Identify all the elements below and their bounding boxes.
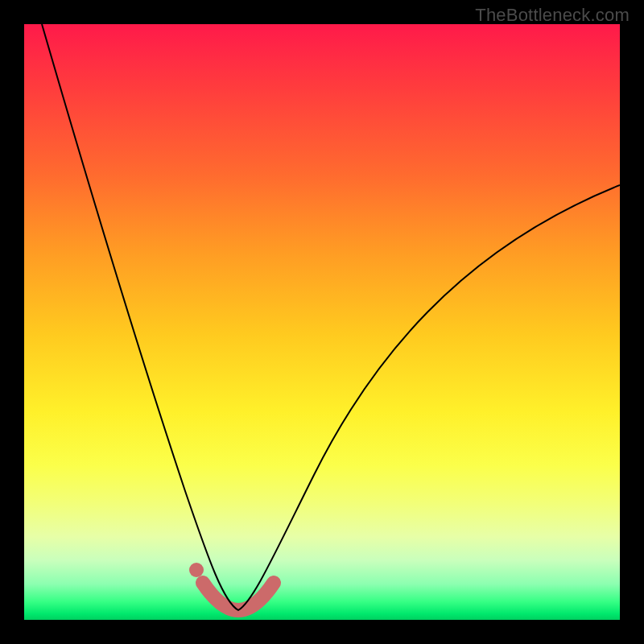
chart-frame: TheBottleneck.com — [0, 0, 644, 644]
curve-bottom-highlight — [203, 583, 274, 610]
curve-accent-dot-icon — [189, 563, 204, 577]
watermark-text: TheBottleneck.com — [475, 5, 630, 26]
bottleneck-curve — [42, 24, 620, 610]
plot-area — [24, 24, 620, 620]
bottleneck-curve-svg — [24, 24, 620, 620]
